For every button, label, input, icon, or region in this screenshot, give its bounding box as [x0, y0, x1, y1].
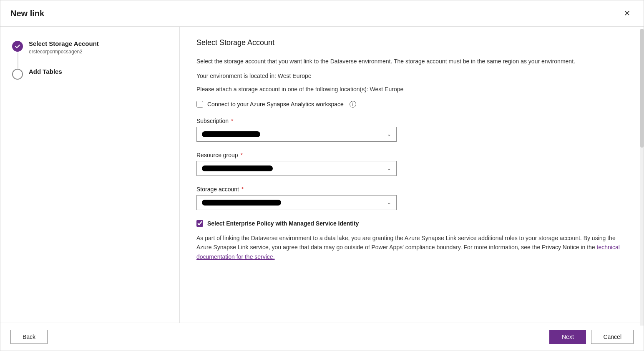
environment-location: Your environment is located in: West Eur… [196, 73, 627, 79]
storage-account-required: * [240, 186, 244, 193]
check-icon [15, 43, 20, 49]
info-block: As part of linking the Dataverse environ… [196, 233, 627, 261]
resource-group-label: Resource group * [196, 152, 627, 158]
scrollbar-track [640, 29, 644, 323]
enterprise-policy-label: Select Enterprise Policy with Managed Se… [207, 220, 359, 227]
dialog-header: New link ✕ [0, 0, 644, 27]
synapse-info-icon[interactable]: i [350, 101, 356, 108]
synapse-checkbox-label: Connect to your Azure Synapse Analytics … [207, 101, 344, 108]
info-text-1: As part of linking the Dataverse environ… [196, 235, 616, 251]
step-content-storage: Select Storage Account erstecorpcrmpocsa… [29, 40, 99, 55]
step-content-tables: Add Tables [29, 68, 62, 75]
storage-account-chevron-icon: ⌄ [387, 200, 391, 206]
footer-right: Next Cancel [549, 330, 634, 344]
dialog-title: New link [10, 9, 44, 18]
env-location-value: West Europe [278, 73, 312, 79]
resource-group-field-group: Resource group * ⌄ [196, 152, 627, 176]
subscription-label: Subscription * [196, 118, 627, 124]
subscription-chevron-icon: ⌄ [387, 131, 391, 137]
cancel-button[interactable]: Cancel [591, 330, 634, 344]
attach-label: Please attach a storage account in one o… [196, 86, 368, 93]
subscription-field-group: Subscription * ⌄ [196, 118, 627, 142]
dialog-footer: Back Next Cancel [0, 323, 644, 351]
close-icon: ✕ [624, 9, 630, 18]
resource-group-chevron-icon: ⌄ [387, 165, 391, 171]
step-title-tables: Add Tables [29, 68, 62, 75]
step-icon-active [12, 41, 23, 52]
step-select-storage: Select Storage Account erstecorpcrmpocsa… [12, 40, 168, 55]
close-button[interactable]: ✕ [621, 7, 634, 20]
step-icon-inactive [12, 69, 23, 80]
new-link-dialog: New link ✕ Select Storage Account erstec… [0, 0, 644, 351]
footer-left: Back [10, 330, 48, 344]
dialog-body: Select Storage Account erstecorpcrmpocsa… [0, 27, 644, 323]
resource-group-value [202, 165, 273, 171]
subscription-required: * [229, 118, 233, 124]
resource-group-required: * [239, 152, 243, 158]
step-add-tables: Add Tables [12, 68, 168, 80]
enterprise-policy-row: Select Enterprise Policy with Managed Se… [196, 220, 627, 227]
subscription-dropdown[interactable]: ⌄ [196, 127, 397, 142]
scrollbar-thumb [640, 29, 644, 148]
attach-location: Please attach a storage account in one o… [196, 86, 627, 93]
section-title: Select Storage Account [196, 38, 627, 47]
synapse-checkbox-row: Connect to your Azure Synapse Analytics … [196, 101, 627, 108]
synapse-checkbox[interactable] [196, 101, 203, 108]
storage-account-label: Storage account * [196, 186, 627, 193]
resource-group-dropdown[interactable]: ⌄ [196, 161, 397, 176]
storage-account-field-group: Storage account * ⌄ [196, 186, 627, 210]
step-subtitle-storage: erstecorpcrmpocsagen2 [29, 49, 99, 55]
enterprise-policy-checkbox[interactable] [196, 220, 203, 227]
env-location-label: Your environment is located in: [196, 73, 276, 79]
description-text: Select the storage account that you want… [196, 57, 627, 66]
step-title-storage: Select Storage Account [29, 40, 99, 47]
storage-account-dropdown[interactable]: ⌄ [196, 195, 397, 210]
subscription-value [202, 131, 260, 137]
sidebar: Select Storage Account erstecorpcrmpocsa… [0, 27, 180, 323]
attach-value: West Europe [370, 86, 404, 93]
main-content: Select Storage Account Select the storag… [180, 27, 644, 323]
next-button[interactable]: Next [549, 330, 586, 344]
storage-account-value [202, 200, 281, 206]
back-button[interactable]: Back [10, 330, 48, 344]
